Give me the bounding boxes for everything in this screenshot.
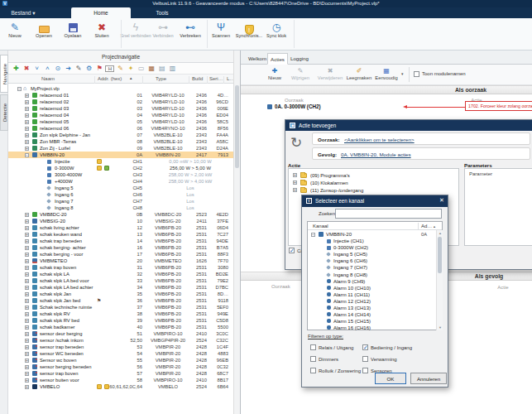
tree-row-sensor-trap-beneden[interactable]: +sensor trap beneden53VMBPIR-2024281C4F: [8, 344, 233, 350]
tree-row-schak-keuken-wand[interactable]: +schak keuken wand13VMB6PB-2025317C27: [8, 231, 233, 238]
col-adres[interactable]: Ad…: [421, 224, 432, 229]
col-addr[interactable]: Addr. (hex): [98, 76, 122, 81]
tree-row-schak-slpk-jan[interactable]: +schak slpk Jan35VMB6PB-2025318D…: [8, 291, 233, 297]
expander-icon[interactable]: +: [25, 372, 29, 376]
ribbon-button-opslaan[interactable]: Opslaan: [57, 21, 89, 49]
kanaal-row-alarm-11-ch11[interactable]: Alarm 11 (CH11): [308, 291, 432, 298]
tree-row-schak-slpk-rv-bed[interactable]: +schak slpk RV bed39VMB6PB-202531C5D8: [8, 317, 233, 324]
side-tab-detectie[interactable]: Detectie: [0, 94, 8, 131]
ribbon-button-verbreken[interactable]: ⊷Verbreken: [175, 21, 206, 49]
col-build[interactable]: Build: [192, 76, 203, 81]
oorzaak-select-link[interactable]: <Aanklikken om te selecteren>: [344, 137, 415, 142]
dialog-title-bar[interactable]: ▣ Actie toevoegen: [285, 120, 532, 131]
tree-row-relacemod-04[interactable]: +relacemod 0404VMB4RYLD-102436ED04: [8, 112, 233, 118]
expander-icon[interactable]: +: [25, 94, 29, 98]
tree-row-sensor-berging-beneden[interactable]: +sensor berging beneden56VMBPIR-2024280C…: [8, 363, 233, 370]
tree-row-relacemod-02[interactable]: +relacemod 0202VMB4RYLD-10243696CD: [8, 99, 233, 105]
expander-icon[interactable]: +: [25, 239, 29, 243]
address-icon[interactable]: H: [105, 65, 114, 72]
tab-bestand[interactable]: Bestand ▾: [3, 7, 43, 18]
expander-icon[interactable]: +: [25, 365, 29, 369]
toon-modulenamen-checkbox[interactable]: [414, 71, 419, 77]
kanaal-row-alarm-10-ch10[interactable]: Alarm 10 (CH10): [308, 285, 432, 291]
expander-icon[interactable]: −: [311, 233, 315, 237]
ribbon-button-openen[interactable]: Openen: [28, 21, 60, 49]
tree-row-relacemod-06[interactable]: +relacemod 0606VMB4RYNO-1024368F56: [8, 125, 233, 132]
col-naam[interactable]: Naam: [41, 76, 55, 81]
ribbon-button-scannen[interactable]: ΨScannen: [205, 21, 237, 49]
ribbon-button-nieuw[interactable]: ✎Nieuw: [0, 21, 31, 49]
toolbar-button-eenvoudig[interactable]: ▦Eenvoudig: [372, 66, 400, 80]
tree-row-schak-slpk-la-bed-voor[interactable]: +schak slpk LA bed voor33VMB6PB-20253179…: [8, 277, 233, 284]
pin-icon[interactable]: ⚑: [95, 65, 104, 73]
expander-icon[interactable]: +: [25, 306, 29, 310]
settings-gear-icon[interactable]: ⚙: [84, 65, 93, 73]
actie-category-09-programma-s[interactable]: +(09) Programma's: [289, 172, 454, 180]
tree-row-schak-trap-boven[interactable]: +schak trap boven31VMB6PB-2025313080: [8, 264, 233, 271]
expander-icon[interactable]: −: [25, 153, 29, 157]
list-icon[interactable]: ▤: [157, 65, 166, 73]
expander-icon[interactable]: +: [25, 279, 29, 283]
edit-icon[interactable]: ✎: [74, 65, 84, 73]
tab-logging[interactable]: Logging: [287, 53, 312, 65]
expander-icon[interactable]: +: [25, 352, 29, 356]
kanaal-row-alarm-16-ch16[interactable]: Alarm 16 (CH16): [308, 325, 432, 331]
tree-row-schak-living-achter[interactable]: +schak living achter12VMB6PB-20253106D4: [8, 224, 233, 231]
expand-all-icon[interactable]: ˄: [43, 65, 52, 73]
tree-scrollbar[interactable]: [233, 51, 240, 414]
expander-icon[interactable]: +: [25, 107, 29, 111]
tree-row-schak-technische-ruimte[interactable]: +Schak technische ruimte37VMB6PB-2025315…: [8, 304, 233, 310]
expander-icon[interactable]: +: [25, 127, 29, 131]
expander-icon[interactable]: +: [25, 147, 29, 151]
list-alt-icon[interactable]: ▥: [168, 65, 177, 73]
tree-row-schak-berging-achter[interactable]: +schak berging- achter16VMB6PB-202531B7A…: [8, 244, 233, 251]
expander-icon[interactable]: +: [25, 378, 29, 383]
tree-row-zon-mbr-terras[interactable]: +Zon MBR -Terras08VMB2BLE-102343A58C: [8, 138, 233, 145]
actie-category-10-klokalarmen[interactable]: +(10) Klokalarmen: [289, 180, 454, 187]
tree-row-schak-slpk-la-bed-achter[interactable]: +schak slpk LA bed achter34VMB6PB-202531…: [8, 284, 233, 291]
expander-icon[interactable]: +: [25, 140, 29, 144]
kanaal-row-alarm-14-ch14[interactable]: Alarm 14 (CH14): [308, 311, 432, 318]
tree-row-ingang-8[interactable]: Ingang 8CH8Los: [8, 205, 233, 211]
expander-icon[interactable]: +: [25, 133, 29, 137]
tree-row-schak-trap-beneden[interactable]: +schak trap beneden14VMB6PB-20253194DE: [8, 238, 233, 244]
expander-icon[interactable]: +: [25, 286, 29, 290]
filter-checkbox-verwarming[interactable]: [362, 356, 368, 362]
expander-icon[interactable]: +: [25, 246, 29, 250]
tab-tools[interactable]: Tools: [146, 7, 179, 18]
brush-icon[interactable]: ✎: [116, 65, 125, 73]
expander-icon[interactable]: +: [25, 385, 29, 389]
expander-icon[interactable]: +: [25, 339, 29, 343]
expander-icon[interactable]: +: [25, 345, 29, 349]
expander-icon[interactable]: +: [25, 272, 29, 277]
expander-icon[interactable]: +: [25, 113, 29, 118]
tree-row-sensor-wc-boven[interactable]: +Sensor wc boven55VMBPIR-20242896EB: [8, 357, 233, 363]
expander-icon[interactable]: +: [25, 219, 29, 224]
tab-acties[interactable]: Acties: [267, 53, 288, 65]
tree-row-schak-badkamer[interactable]: +schak badkamer40VMB6PB-2025315500: [8, 324, 233, 330]
tree-row-ingang-5[interactable]: Ingang 5CH5Los: [8, 185, 233, 191]
side-tab-navigatie[interactable]: Navigatie: [0, 55, 8, 93]
hand-icon[interactable]: ✦: [127, 65, 136, 73]
tree-row-vmbsig-20[interactable]: +VMBSIG-2010VMBSIG-20241137FE: [8, 218, 233, 224]
close-icon[interactable]: ✕: [438, 197, 446, 204]
filter-checkbox-sensoren[interactable]: [362, 368, 368, 373]
tree-row-vmb8dc-20[interactable]: +VMB8DC-200BVMB8DC-2025234E2D: [8, 211, 233, 218]
toolbar-button-leegmaken[interactable]: ✐Leegmaken: [345, 66, 373, 80]
tree-row-sensor-deur-berging[interactable]: +sensor deur berging51VMBPIRO-1024103C0C: [8, 330, 233, 337]
kanaal-row-alarm-12-ch12[interactable]: Alarm 12 (CH12): [308, 298, 432, 305]
swap-arrows-icon[interactable]: ↻: [290, 134, 302, 152]
tree-row-sensor-buiten-voor[interactable]: +sensor buiten voor58VMBPIRO-1024108B17: [8, 377, 233, 383]
actie-cell[interactable]: 1702. Forceer kleur zolang oorzaak g: [465, 101, 532, 111]
tree-row-myproject-vlp[interactable]: −⌂MyProject.vlp: [8, 85, 233, 92]
ribbon-button-sync-klok[interactable]: ◷Sync klok: [261, 21, 292, 49]
actie-category-11-zonsop-ondergang[interactable]: +(11) Zonsop-/ondergang: [289, 187, 454, 195]
col-kanaal[interactable]: Kanaal: [313, 224, 328, 229]
tree-row-schak-slpk-jan-bed[interactable]: +schak slpk Jan bed⚑36VMB6PB-2025319118: [8, 297, 233, 304]
kanaal-row-alarm-9-ch9[interactable]: Alarm 9 (CH9): [308, 278, 432, 285]
expander-icon[interactable]: +: [293, 173, 297, 177]
ok-button[interactable]: OK: [375, 373, 406, 384]
categorieen-checkbox[interactable]: [289, 248, 295, 253]
expander-icon[interactable]: +: [25, 233, 29, 237]
tree-row-ingang-7[interactable]: Ingang 7CH7Los: [8, 198, 233, 205]
